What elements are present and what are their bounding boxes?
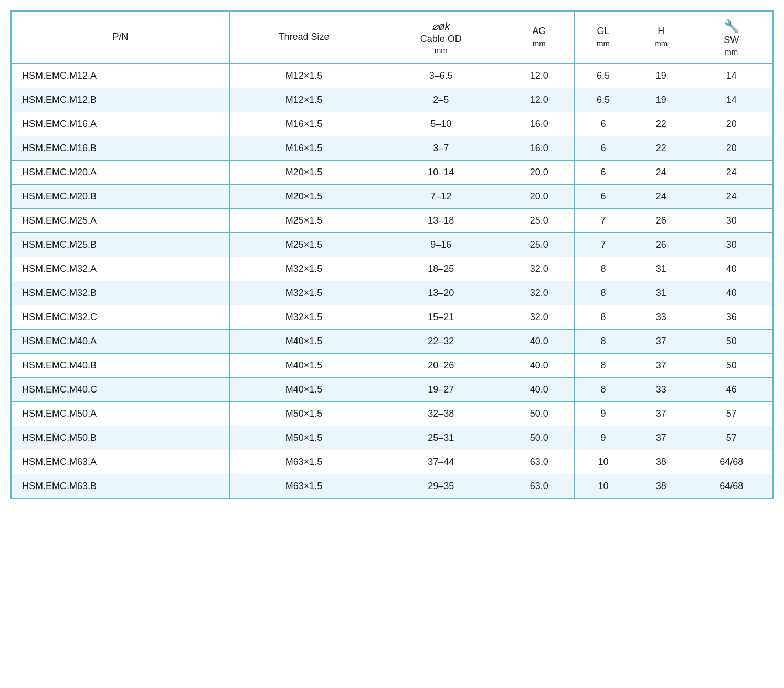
cell-pn: HSM.EMC.M16.A xyxy=(12,112,230,136)
cell-pn: HSM.EMC.M20.A xyxy=(12,161,230,185)
cell-thread_size: M25×1.5 xyxy=(230,209,378,233)
cell-thread_size: M12×1.5 xyxy=(230,63,378,88)
col-header-ag: AGmm xyxy=(504,12,574,63)
cell-cable_od: 3–7 xyxy=(378,136,504,161)
cell-gl: 8 xyxy=(574,257,632,281)
cell-cable_od: 20–26 xyxy=(378,354,504,378)
col-header-cable-od: ⌀øk Cable OD mm xyxy=(378,12,504,63)
cell-h: 38 xyxy=(632,474,690,499)
cell-cable_od: 7–12 xyxy=(378,185,504,209)
cell-ag: 40.0 xyxy=(504,330,574,354)
cell-pn: HSM.EMC.M25.A xyxy=(12,209,230,233)
cell-pn: HSM.EMC.M50.B xyxy=(12,426,230,450)
table-row: HSM.EMC.M20.AM20×1.510–1420.062424 xyxy=(12,161,772,185)
cell-thread_size: M25×1.5 xyxy=(230,233,378,257)
cell-thread_size: M20×1.5 xyxy=(230,161,378,185)
table-row: HSM.EMC.M12.AM12×1.53–6.512.06.51914 xyxy=(12,63,772,88)
cell-thread_size: M32×1.5 xyxy=(230,257,378,281)
cell-gl: 8 xyxy=(574,281,632,305)
cell-sw: 64/68 xyxy=(690,450,772,474)
table-row: HSM.EMC.M40.CM40×1.519–2740.083346 xyxy=(12,378,772,402)
cell-ag: 40.0 xyxy=(504,354,574,378)
cell-h: 37 xyxy=(632,402,690,426)
cell-thread_size: M40×1.5 xyxy=(230,354,378,378)
cell-ag: 25.0 xyxy=(504,209,574,233)
cell-ag: 12.0 xyxy=(504,63,574,88)
cell-sw: 46 xyxy=(690,378,772,402)
col-header-pn: P/N xyxy=(12,12,230,63)
cell-cable_od: 19–27 xyxy=(378,378,504,402)
cell-h: 26 xyxy=(632,233,690,257)
cell-sw: 40 xyxy=(690,257,772,281)
cell-thread_size: M40×1.5 xyxy=(230,330,378,354)
cell-ag: 32.0 xyxy=(504,305,574,330)
cell-sw: 20 xyxy=(690,112,772,136)
cell-gl: 7 xyxy=(574,233,632,257)
cell-ag: 16.0 xyxy=(504,112,574,136)
cell-thread_size: M16×1.5 xyxy=(230,136,378,161)
cell-sw: 24 xyxy=(690,185,772,209)
cell-h: 19 xyxy=(632,63,690,88)
cell-cable_od: 32–38 xyxy=(378,402,504,426)
cell-h: 24 xyxy=(632,161,690,185)
cell-sw: 24 xyxy=(690,161,772,185)
cell-pn: HSM.EMC.M25.B xyxy=(12,233,230,257)
cell-thread_size: M32×1.5 xyxy=(230,305,378,330)
col-header-sw: 🔧 SW mm xyxy=(690,12,772,63)
cell-sw: 57 xyxy=(690,426,772,450)
cell-gl: 6 xyxy=(574,112,632,136)
cell-cable_od: 29–35 xyxy=(378,474,504,499)
col-header-h: Hmm xyxy=(632,12,690,63)
cell-ag: 25.0 xyxy=(504,233,574,257)
cell-thread_size: M16×1.5 xyxy=(230,112,378,136)
table-row: HSM.EMC.M40.AM40×1.522–3240.083750 xyxy=(12,330,772,354)
cell-sw: 50 xyxy=(690,354,772,378)
cell-h: 22 xyxy=(632,112,690,136)
table-body: HSM.EMC.M12.AM12×1.53–6.512.06.51914HSM.… xyxy=(12,63,772,498)
cell-gl: 6.5 xyxy=(574,88,632,112)
col-header-gl: GLmm xyxy=(574,12,632,63)
cell-pn: HSM.EMC.M63.B xyxy=(12,474,230,499)
cell-h: 31 xyxy=(632,257,690,281)
cell-thread_size: M32×1.5 xyxy=(230,281,378,305)
cell-thread_size: M63×1.5 xyxy=(230,450,378,474)
cell-ag: 63.0 xyxy=(504,450,574,474)
cell-gl: 6 xyxy=(574,161,632,185)
cell-h: 37 xyxy=(632,354,690,378)
cell-sw: 64/68 xyxy=(690,474,772,499)
cell-pn: HSM.EMC.M12.B xyxy=(12,88,230,112)
cell-ag: 32.0 xyxy=(504,257,574,281)
cell-ag: 40.0 xyxy=(504,378,574,402)
cell-pn: HSM.EMC.M12.A xyxy=(12,63,230,88)
col-header-thread-size: Thread Size xyxy=(230,12,378,63)
product-table: P/N Thread Size ⌀øk Cable OD mm AGmm GLm xyxy=(12,12,772,498)
cell-cable_od: 15–21 xyxy=(378,305,504,330)
main-table-container: P/N Thread Size ⌀øk Cable OD mm AGmm GLm xyxy=(10,10,774,499)
cell-cable_od: 18–25 xyxy=(378,257,504,281)
table-row: HSM.EMC.M50.AM50×1.532–3850.093757 xyxy=(12,402,772,426)
cell-sw: 36 xyxy=(690,305,772,330)
cell-sw: 14 xyxy=(690,63,772,88)
cell-h: 33 xyxy=(632,378,690,402)
table-row: HSM.EMC.M32.AM32×1.518–2532.083140 xyxy=(12,257,772,281)
cell-pn: HSM.EMC.M32.B xyxy=(12,281,230,305)
cell-ag: 20.0 xyxy=(504,185,574,209)
table-row: HSM.EMC.M50.BM50×1.525–3150.093757 xyxy=(12,426,772,450)
cell-pn: HSM.EMC.M50.A xyxy=(12,402,230,426)
table-row: HSM.EMC.M20.BM20×1.57–1220.062424 xyxy=(12,185,772,209)
cell-thread_size: M50×1.5 xyxy=(230,402,378,426)
cell-h: 33 xyxy=(632,305,690,330)
cell-sw: 14 xyxy=(690,88,772,112)
cell-cable_od: 13–18 xyxy=(378,209,504,233)
cell-pn: HSM.EMC.M20.B xyxy=(12,185,230,209)
cell-gl: 9 xyxy=(574,426,632,450)
table-row: HSM.EMC.M16.AM16×1.55–1016.062220 xyxy=(12,112,772,136)
cell-pn: HSM.EMC.M63.A xyxy=(12,450,230,474)
cell-ag: 63.0 xyxy=(504,474,574,499)
cell-h: 24 xyxy=(632,185,690,209)
cell-pn: HSM.EMC.M32.A xyxy=(12,257,230,281)
cell-sw: 50 xyxy=(690,330,772,354)
table-row: HSM.EMC.M63.AM63×1.537–4463.0103864/68 xyxy=(12,450,772,474)
wrench-icon: 🔧 xyxy=(724,18,739,34)
cell-ag: 16.0 xyxy=(504,136,574,161)
